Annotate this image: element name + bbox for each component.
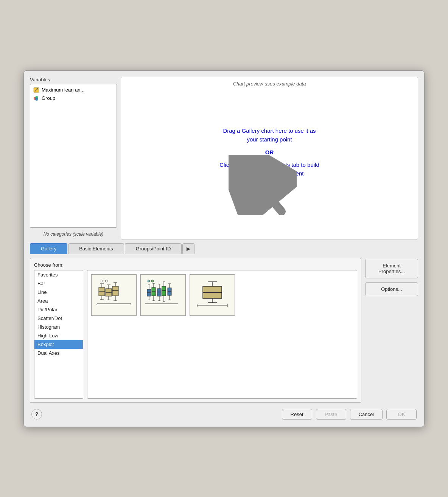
arrow-indicator bbox=[229, 155, 297, 216]
bottom-bar: ? Reset Paste Cancel OK bbox=[30, 407, 418, 421]
scale-icon bbox=[33, 87, 39, 93]
svg-rect-45 bbox=[157, 289, 161, 296]
options-button[interactable]: Options... bbox=[365, 282, 418, 296]
thumbnail-boxplot-simple[interactable] bbox=[190, 274, 235, 316]
svg-rect-10 bbox=[99, 287, 105, 296]
help-button[interactable]: ? bbox=[31, 409, 42, 419]
svg-point-8 bbox=[101, 280, 103, 282]
svg-point-5 bbox=[35, 98, 38, 101]
variables-list: Maximum lean an... Group bbox=[30, 84, 117, 228]
category-scatter-dot[interactable]: Scatter/Dot bbox=[34, 314, 83, 323]
chart-preview-panel[interactable]: Chart preview uses example data Drag a G… bbox=[121, 77, 418, 239]
group-icon bbox=[33, 95, 39, 101]
category-histogram[interactable]: Histogram bbox=[34, 323, 83, 331]
thumbnail-boxplot-colored[interactable] bbox=[140, 274, 186, 316]
choose-from-label: Choose from: bbox=[34, 262, 357, 268]
variable-item-scale[interactable]: Maximum lean an... bbox=[31, 86, 116, 94]
variable-name-scale: Maximum lean an... bbox=[42, 87, 84, 93]
svg-rect-39 bbox=[152, 287, 156, 296]
ok-button[interactable]: OK bbox=[386, 409, 417, 420]
category-bar[interactable]: Bar bbox=[34, 279, 83, 288]
category-list: Favorites Bar Line Area Pie/Polar Scatte… bbox=[34, 270, 83, 399]
tab-gallery[interactable]: Gallery bbox=[30, 243, 67, 254]
chart-builder-dialog: Variables: Maximum lean an... bbox=[23, 70, 425, 427]
side-buttons: Element Properties... Options... bbox=[365, 258, 418, 403]
variables-panel: Variables: Maximum lean an... bbox=[30, 77, 117, 237]
no-categories-text: No categories (scale variable) bbox=[30, 229, 117, 237]
category-line[interactable]: Line bbox=[34, 288, 83, 297]
svg-line-7 bbox=[244, 166, 282, 211]
reset-button[interactable]: Reset bbox=[282, 409, 312, 420]
svg-point-32 bbox=[151, 280, 154, 282]
svg-point-31 bbox=[148, 280, 150, 282]
variable-item-group[interactable]: Group bbox=[31, 94, 116, 103]
category-boxplot[interactable]: Boxplot bbox=[34, 340, 83, 349]
tabs-row: Gallery Basic Elements Groups/Point ID ▶ bbox=[30, 243, 418, 254]
tab-more-arrow[interactable]: ▶ bbox=[182, 243, 194, 254]
bottom-section: Choose from: Favorites Bar Line Area Pie… bbox=[30, 258, 418, 403]
gallery-inner: Favorites Bar Line Area Pie/Polar Scatte… bbox=[34, 270, 357, 399]
thumbnail-boxplot-multi[interactable] bbox=[91, 274, 137, 316]
svg-point-9 bbox=[105, 280, 107, 282]
gallery-section: Choose from: Favorites Bar Line Area Pie… bbox=[30, 258, 361, 403]
svg-rect-51 bbox=[162, 286, 166, 296]
drag-gallery-text: Drag a Gallery chart here to use it as y… bbox=[223, 127, 316, 144]
bottom-bar-right: Reset Paste Cancel OK bbox=[282, 409, 417, 420]
top-section: Variables: Maximum lean an... bbox=[30, 77, 418, 239]
category-pie-polar[interactable]: Pie/Polar bbox=[34, 305, 83, 314]
category-high-low[interactable]: High-Low bbox=[34, 331, 83, 340]
variables-label: Variables: bbox=[30, 77, 117, 82]
tab-groups-point-id[interactable]: Groups/Point ID bbox=[125, 243, 182, 254]
tab-basic-elements[interactable]: Basic Elements bbox=[68, 243, 124, 254]
bottom-bar-left: ? bbox=[31, 409, 42, 419]
cancel-button[interactable]: Cancel bbox=[350, 409, 383, 420]
paste-button[interactable]: Paste bbox=[316, 409, 346, 420]
category-area[interactable]: Area bbox=[34, 297, 83, 305]
variable-name-group: Group bbox=[42, 95, 55, 101]
svg-rect-22 bbox=[112, 286, 118, 296]
svg-rect-57 bbox=[168, 288, 171, 295]
category-dual-axes[interactable]: Dual Axes bbox=[34, 349, 83, 357]
chart-thumbnails-area bbox=[87, 270, 357, 399]
category-favorites[interactable]: Favorites bbox=[34, 270, 83, 279]
element-properties-button[interactable]: Element Properties... bbox=[365, 259, 418, 278]
preview-header-text: Chart preview uses example data bbox=[121, 81, 418, 87]
